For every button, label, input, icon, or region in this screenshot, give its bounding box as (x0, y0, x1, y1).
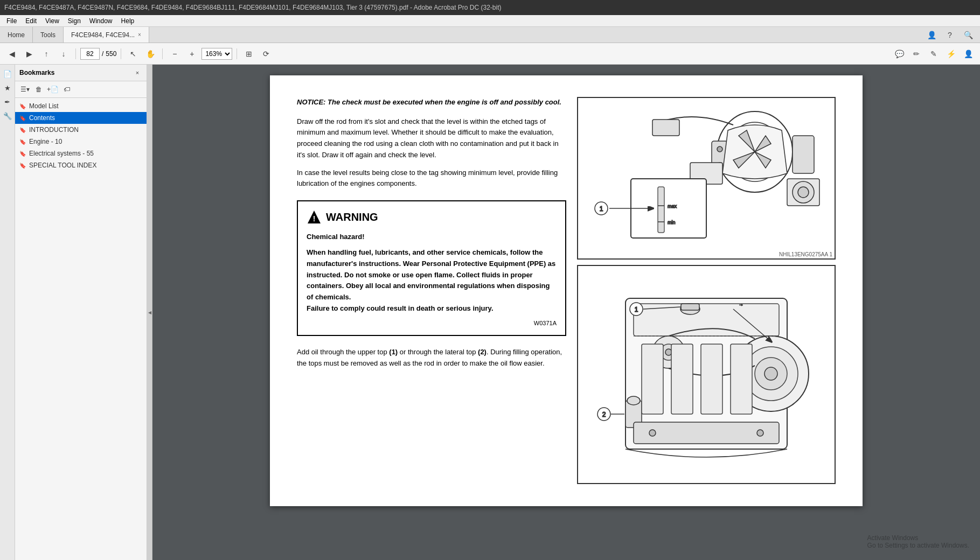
bookmark-special-tool[interactable]: 🔖 SPECIAL TOOL INDEX (15, 159, 147, 171)
bookmark-icon: 🔖 (19, 163, 26, 169)
svg-text:2: 2 (602, 411, 606, 418)
page-number-input[interactable] (80, 48, 100, 60)
warning-body: Chemical hazard! When handling fuel, lub… (307, 232, 557, 314)
svg-text:!: ! (313, 214, 316, 223)
help-button[interactable]: ? (942, 28, 957, 42)
select-tool-button[interactable]: ↖ (126, 47, 141, 61)
menu-bar: File Edit View Sign Window Help (0, 15, 980, 27)
panel-tag-button[interactable]: 🏷 (60, 83, 73, 95)
warning-triangle-icon: ! (307, 209, 322, 225)
panel-add-button[interactable]: +📄 (46, 83, 59, 95)
page-content-left: NOTICE: The check must be executed when … (297, 97, 566, 485)
bookmark-electrical-55[interactable]: 🔖 Electrical systems - 55 (15, 148, 147, 159)
sign-in-button[interactable]: 👤 (924, 28, 939, 42)
tab-tools[interactable]: Tools (33, 27, 64, 43)
toolbar: ◀ ▶ ↑ ↓ / 550 ↖ ✋ − + 163% 100% 75% 50% … (0, 43, 980, 65)
panel-close-button[interactable]: × (133, 68, 142, 78)
strip-signature[interactable]: ✒ (2, 96, 13, 108)
notice-box: NOTICE: The check must be executed when … (297, 97, 566, 108)
svg-text:min: min (668, 220, 676, 225)
svg-rect-50 (671, 344, 693, 414)
bookmarks-list: 🔖 Model List 🔖 Contents 🔖 INTRODUCTION 🔖… (15, 98, 147, 560)
total-pages: 550 (106, 50, 116, 58)
svg-text:1: 1 (600, 205, 603, 213)
tab-home[interactable]: Home (0, 27, 33, 43)
notice-text: NOTICE: The check must be executed when … (297, 98, 561, 106)
tab-document[interactable]: F4CE9484, F4CE94... × (64, 27, 149, 43)
panel-collapse-handle[interactable]: ◀ (147, 65, 152, 560)
svg-rect-49 (642, 344, 663, 414)
bookmark-engine-10[interactable]: 🔖 Engine - 10 (15, 136, 147, 148)
title-bar: F4CE9484, F4CE9487A, F4CE9487N, F4CE9684… (0, 0, 980, 15)
bookmark-icon: 🔖 (19, 139, 26, 145)
para1-text: Draw off the rod from it's slot and chec… (297, 116, 566, 161)
rotate-button[interactable]: ⟳ (259, 47, 274, 61)
separator-3 (162, 48, 163, 59)
figure-1: max min 1 (577, 97, 836, 260)
page-navigation: / 550 (80, 48, 116, 60)
menu-help[interactable]: Help (117, 16, 139, 26)
strip-tools[interactable]: 🔧 (2, 110, 13, 122)
zoom-in-button[interactable]: + (184, 47, 199, 61)
page-content-right: max min 1 (577, 97, 836, 485)
figure-1-caption: NHIL13ENG0275AA 1 (578, 250, 835, 258)
bookmark-icon: 🔖 (19, 151, 26, 157)
menu-window[interactable]: Window (85, 16, 117, 26)
svg-rect-14 (658, 187, 664, 233)
panel-delete-button[interactable]: 🗑 (32, 83, 45, 95)
bookmark-label: Model List (29, 102, 59, 110)
prev-page-button[interactable]: ↑ (39, 47, 54, 61)
pdf-area[interactable]: NOTICE: The check must be executed when … (152, 65, 980, 560)
warning-code: W0371A (307, 319, 557, 328)
svg-text:max: max (668, 204, 677, 209)
next-page-button[interactable]: ↓ (56, 47, 71, 61)
action-button[interactable]: ⚡ (943, 47, 958, 61)
bookmarks-panel: Bookmarks × ☰▾ 🗑 +📄 🏷 🔖 Model List 🔖 Con… (15, 65, 147, 560)
menu-edit[interactable]: Edit (21, 16, 41, 26)
svg-rect-22 (652, 120, 679, 136)
svg-point-32 (764, 367, 777, 380)
svg-point-35 (665, 349, 672, 355)
comment-button[interactable]: 💬 (892, 47, 907, 61)
forward-button[interactable]: ▶ (22, 47, 37, 61)
toolbar-right: 💬 ✏ ✎ ⚡ 👤 (892, 47, 976, 61)
strip-navigate[interactable]: 📄 (2, 68, 13, 80)
zoom-out-button[interactable]: − (167, 47, 182, 61)
tab-close-button[interactable]: × (138, 32, 141, 38)
fit-button[interactable]: ⊞ (241, 47, 256, 61)
svg-text:1: 1 (635, 306, 638, 313)
figure-2: 1 → (577, 265, 836, 484)
title-text: F4CE9484, F4CE9487A, F4CE9487N, F4CE9684… (4, 4, 502, 11)
bookmark-contents[interactable]: 🔖 Contents (15, 112, 147, 124)
edit-text-button[interactable]: ✎ (926, 47, 941, 61)
main-layout: 📄 ★ ✒ 🔧 Bookmarks × ☰▾ 🗑 +📄 🏷 🔖 Model Li… (0, 65, 980, 560)
menu-sign[interactable]: Sign (64, 16, 85, 26)
highlight-button[interactable]: ✏ (909, 47, 924, 61)
bookmark-icon: 🔖 (19, 127, 26, 133)
panel-menu-button[interactable]: ☰▾ (18, 83, 31, 95)
menu-file[interactable]: File (2, 16, 21, 26)
hand-tool-button[interactable]: ✋ (143, 47, 158, 61)
panel-title: Bookmarks (19, 69, 54, 76)
warning-box: ! WARNING Chemical hazard! When handling… (297, 200, 566, 336)
back-button[interactable]: ◀ (4, 47, 19, 61)
zoom-level-select[interactable]: 163% 100% 75% 50% 150% 200% (201, 48, 232, 60)
menu-view[interactable]: View (41, 16, 64, 26)
search-button[interactable]: 🔍 (961, 28, 976, 42)
separator-1 (75, 48, 76, 59)
separator-4 (237, 48, 237, 59)
warning-title: ! WARNING (307, 209, 557, 225)
separator-2 (121, 48, 121, 59)
icon-strip: 📄 ★ ✒ 🔧 (0, 65, 15, 560)
para3-text: Add oil through the upper top (1) or thr… (297, 347, 566, 369)
page-separator: / (102, 50, 103, 58)
bookmark-introduction[interactable]: 🔖 INTRODUCTION (15, 124, 147, 136)
bookmark-label: Contents (29, 114, 55, 122)
engine-figure-2-svg: 1 → (578, 266, 835, 481)
svg-text:→: → (739, 302, 743, 307)
svg-rect-9 (793, 136, 814, 173)
svg-point-44 (627, 396, 640, 405)
strip-bookmark[interactable]: ★ (2, 82, 13, 94)
profile-button[interactable]: 👤 (961, 47, 976, 61)
bookmark-model-list[interactable]: 🔖 Model List (15, 100, 147, 112)
